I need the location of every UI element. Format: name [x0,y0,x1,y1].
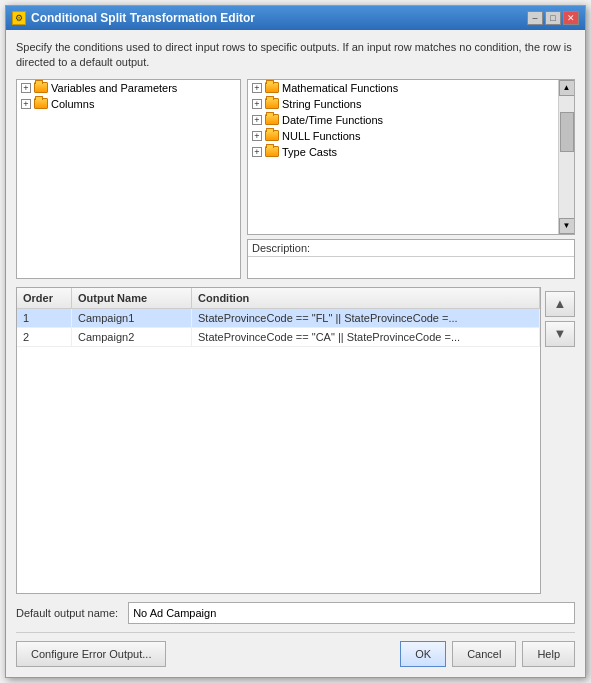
expand-icon-typecasts[interactable]: + [252,147,262,157]
default-output-row: Default output name: [16,602,575,624]
folder-icon-string [265,98,279,109]
scroll-up-arrow[interactable]: ▲ [559,80,575,96]
default-output-label: Default output name: [16,607,118,619]
move-down-button[interactable]: ▼ [545,321,575,347]
col-order: Order [17,288,72,308]
main-area: Order Output Name Condition 1 Campaign1 … [16,287,575,594]
folder-icon-math [265,82,279,93]
tree-label-math: Mathematical Functions [282,82,398,94]
right-tree-panel[interactable]: + Mathematical Functions + String Functi… [247,79,575,235]
main-window: ⚙ Conditional Split Transformation Edito… [5,5,586,678]
table-header: Order Output Name Condition [17,288,540,309]
default-output-input[interactable] [128,602,575,624]
tree-label-variables: Variables and Parameters [51,82,177,94]
table-body[interactable]: 1 Campaign1 StateProvinceCode == "FL" ||… [17,309,540,593]
close-button[interactable]: ✕ [563,11,579,25]
tree-label-columns: Columns [51,98,94,110]
tree-label-typecasts: Type Casts [282,146,337,158]
tree-label-null: NULL Functions [282,130,360,142]
title-bar-left: ⚙ Conditional Split Transformation Edito… [12,11,255,25]
row1-name: Campaign1 [72,309,192,327]
description-box: Description: [247,239,575,279]
left-tree-panel[interactable]: + Variables and Parameters + Columns [16,79,241,279]
row2-condition: StateProvinceCode == "CA" || StateProvin… [192,328,540,346]
separator [16,632,575,633]
move-up-button[interactable]: ▲ [545,291,575,317]
window-title: Conditional Split Transformation Editor [31,11,255,25]
maximize-button[interactable]: □ [545,11,561,25]
bottom-section: Default output name: Configure Error Out… [16,602,575,667]
side-buttons: ▲ ▼ [545,287,575,594]
table-row[interactable]: 2 Campaign2 StateProvinceCode == "CA" ||… [17,328,540,347]
content-area: Specify the conditions used to direct in… [6,30,585,677]
col-condition: Condition [192,288,540,308]
row2-name: Campaign2 [72,328,192,346]
expand-icon-string[interactable]: + [252,99,262,109]
scroll-thumb[interactable] [560,112,574,152]
tree-item-math[interactable]: + Mathematical Functions [248,80,558,96]
col-output-name: Output Name [72,288,192,308]
description-box-label: Description: [248,240,574,256]
window-icon: ⚙ [12,11,26,25]
tree-item-string[interactable]: + String Functions [248,96,558,112]
expand-icon-variables[interactable]: + [21,83,31,93]
row2-order: 2 [17,328,72,346]
folder-icon-null [265,130,279,141]
ok-button[interactable]: OK [400,641,446,667]
expand-icon-columns[interactable]: + [21,99,31,109]
expand-icon-datetime[interactable]: + [252,115,262,125]
folder-icon-datetime [265,114,279,125]
button-row: Configure Error Output... OK Cancel Help [16,641,575,667]
folder-icon-variables [34,82,48,93]
tree-item-columns[interactable]: + Columns [17,96,240,112]
expand-icon-null[interactable]: + [252,131,262,141]
help-button[interactable]: Help [522,641,575,667]
table-row[interactable]: 1 Campaign1 StateProvinceCode == "FL" ||… [17,309,540,328]
tree-label-datetime: Date/Time Functions [282,114,383,126]
row1-condition: StateProvinceCode == "FL" || StateProvin… [192,309,540,327]
tree-item-typecasts[interactable]: + Type Casts [248,144,558,160]
minimize-button[interactable]: – [527,11,543,25]
folder-icon-columns [34,98,48,109]
cancel-button[interactable]: Cancel [452,641,516,667]
row1-order: 1 [17,309,72,327]
configure-error-button[interactable]: Configure Error Output... [16,641,166,667]
instruction-text: Specify the conditions used to direct in… [16,40,575,71]
tree-item-null[interactable]: + NULL Functions [248,128,558,144]
description-input[interactable] [248,256,574,276]
ok-cancel-help-group: OK Cancel Help [400,641,575,667]
tree-label-string: String Functions [282,98,361,110]
right-panel-wrapper: + Mathematical Functions + String Functi… [247,79,575,279]
down-arrow-icon: ▼ [554,326,567,341]
title-controls: – □ ✕ [527,11,579,25]
expand-icon-math[interactable]: + [252,83,262,93]
scroll-down-arrow[interactable]: ▼ [559,218,575,234]
panels-row: + Variables and Parameters + Columns + [16,79,575,279]
title-bar: ⚙ Conditional Split Transformation Edito… [6,6,585,30]
folder-icon-typecasts [265,146,279,157]
tree-item-datetime[interactable]: + Date/Time Functions [248,112,558,128]
conditions-table: Order Output Name Condition 1 Campaign1 … [16,287,541,594]
right-scrollbar[interactable]: ▲ ▼ [558,80,574,234]
tree-item-variables[interactable]: + Variables and Parameters [17,80,240,96]
up-arrow-icon: ▲ [554,296,567,311]
